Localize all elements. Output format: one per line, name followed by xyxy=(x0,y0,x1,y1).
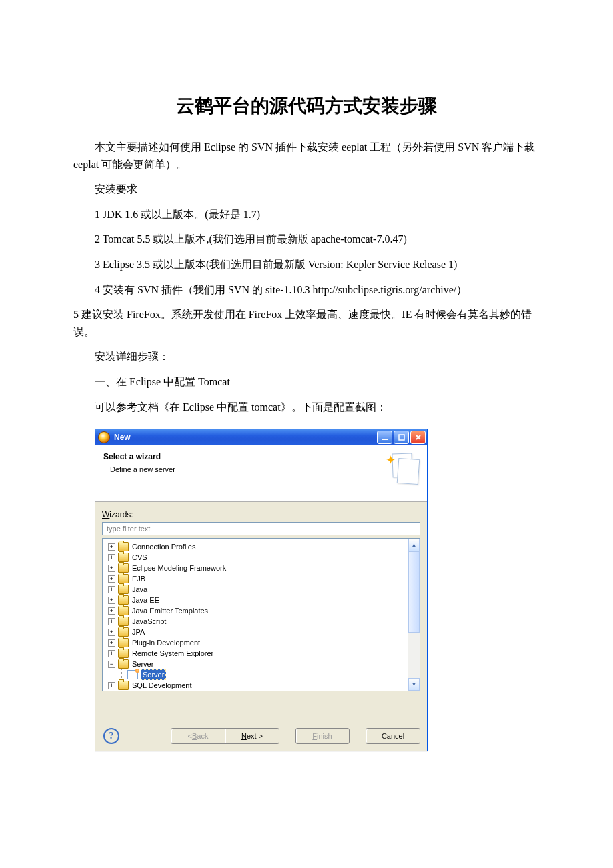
folder-icon xyxy=(118,617,129,626)
titlebar[interactable]: New xyxy=(95,429,427,445)
tree-folder-node[interactable]: +SQL Development xyxy=(108,680,408,691)
wizard-icon: ✦ xyxy=(387,451,419,483)
wizard-banner: Select a wizard Define a new server ✦ xyxy=(95,445,427,502)
tree-line-icon xyxy=(119,672,125,678)
banner-title: Select a wizard xyxy=(103,452,419,461)
tree-folder-node[interactable]: +EJB xyxy=(108,573,408,584)
tree-folder-node[interactable]: +Java Emitter Templates xyxy=(108,605,408,616)
expand-icon[interactable]: + xyxy=(108,565,115,572)
folder-icon xyxy=(118,574,129,583)
scroll-down-button[interactable]: ▼ xyxy=(408,678,420,691)
wizard-tree-wrap: +Connection Profiles+CVS+Eclipse Modelin… xyxy=(102,538,420,691)
tree-node-label: Connection Profiles xyxy=(131,541,196,552)
paragraph: 本文主要描述如何使用 Eclipse 的 SVN 插件下载安装 eeplat 工… xyxy=(73,139,540,173)
expand-icon[interactable]: + xyxy=(108,543,115,551)
tree-folder-node[interactable]: +Java EE xyxy=(108,595,408,605)
paragraph: 4 安装有 SVN 插件（我们用 SVN 的 site-1.10.3 http:… xyxy=(73,281,540,299)
svg-rect-0 xyxy=(382,439,388,440)
folder-icon xyxy=(118,649,129,658)
expand-icon[interactable]: + xyxy=(108,586,115,593)
tree-node-label: Java EE xyxy=(131,595,160,605)
tree-leaf-node[interactable]: Server xyxy=(108,669,408,680)
tree-node-label: CVS xyxy=(131,552,148,563)
close-button[interactable] xyxy=(410,431,426,444)
back-button[interactable]: < Back xyxy=(171,728,225,744)
tree-node-label: Server xyxy=(141,669,166,680)
scroll-thumb[interactable] xyxy=(408,551,420,633)
tree-folder-node[interactable]: +Connection Profiles xyxy=(108,541,408,552)
finish-button[interactable]: Finish xyxy=(295,728,350,744)
expand-icon[interactable]: + xyxy=(108,607,115,615)
tree-node-label: Server xyxy=(131,659,154,669)
document-page: 云鹤平台的源代码方式安装步骤 本文主要描述如何使用 Eclipse 的 SVN … xyxy=(0,0,613,805)
tree-folder-node[interactable]: −Server xyxy=(108,659,408,669)
scrollbar[interactable]: ▲ ▼ xyxy=(408,539,420,691)
paragraph: 3 Eclipse 3.5 或以上版本(我们选用目前最新版 Version: K… xyxy=(73,256,540,273)
minimize-button[interactable] xyxy=(377,431,392,444)
folder-icon xyxy=(118,606,129,615)
expand-icon[interactable]: + xyxy=(108,575,115,583)
button-row: ? < Back Next > Finish Cancel xyxy=(95,721,427,751)
tree-folder-node[interactable]: +JPA xyxy=(108,627,408,637)
document-title: 云鹤平台的源代码方式安装步骤 xyxy=(73,93,540,119)
filter-input[interactable] xyxy=(102,522,420,535)
new-server-icon xyxy=(127,670,138,679)
window-title: New xyxy=(114,433,131,442)
tree-node-label: Java xyxy=(131,584,148,595)
tree-node-label: JPA xyxy=(131,627,145,637)
tree-node-label: SQL Development xyxy=(131,680,192,691)
paragraph: 5 建议安装 FireFox。系统开发使用在 FireFox 上效率最高、速度最… xyxy=(73,306,540,340)
wizard-body: Wizards: +Connection Profiles+CVS+Eclips… xyxy=(95,502,427,721)
expand-icon[interactable]: + xyxy=(108,554,115,561)
expand-icon[interactable]: + xyxy=(108,682,115,689)
paragraph: 2 Tomcat 5.5 或以上版本,(我们选用目前最新版 apache-tom… xyxy=(73,231,540,248)
folder-icon xyxy=(118,585,129,594)
tree-folder-node[interactable]: +JavaScript xyxy=(108,616,408,627)
folder-icon xyxy=(118,553,129,562)
expand-icon[interactable]: + xyxy=(108,639,115,647)
scroll-up-button[interactable]: ▲ xyxy=(408,539,420,551)
paragraph: 一、在 Eclipse 中配置 Tomcat xyxy=(73,373,540,391)
tree-node-label: Plug-in Development xyxy=(131,637,201,648)
help-button[interactable]: ? xyxy=(103,728,119,744)
folder-icon xyxy=(118,681,129,690)
tree-folder-node[interactable]: +Remote System Explorer xyxy=(108,648,408,659)
paragraph: 1 JDK 1.6 或以上版本。(最好是 1.7) xyxy=(73,206,540,223)
tree-node-label: Java Emitter Templates xyxy=(131,605,209,616)
expand-icon[interactable]: + xyxy=(108,629,115,636)
scroll-track[interactable] xyxy=(408,551,420,678)
banner-subtitle: Define a new server xyxy=(110,465,419,473)
maximize-button[interactable] xyxy=(394,431,409,444)
paragraph: 安装详细步骤： xyxy=(73,348,540,365)
tree-node-label: Remote System Explorer xyxy=(131,648,214,659)
cancel-button[interactable]: Cancel xyxy=(366,728,420,744)
tree-node-label: EJB xyxy=(131,573,146,584)
expand-icon[interactable]: + xyxy=(108,650,115,657)
folder-icon xyxy=(118,627,129,637)
tree-folder-node[interactable]: +Eclipse Modeling Framework xyxy=(108,563,408,573)
wizard-tree[interactable]: +Connection Profiles+CVS+Eclipse Modelin… xyxy=(103,539,408,691)
collapse-icon[interactable]: − xyxy=(108,661,115,668)
folder-icon xyxy=(118,542,129,551)
tree-node-label: Eclipse Modeling Framework xyxy=(131,563,227,573)
paragraph: 安装要求 xyxy=(73,181,540,198)
folder-icon xyxy=(118,595,129,605)
tree-folder-node[interactable]: +Java xyxy=(108,584,408,595)
tree-node-label: JavaScript xyxy=(131,616,167,627)
app-icon xyxy=(98,431,110,443)
folder-icon xyxy=(118,638,129,647)
tree-folder-node[interactable]: +CVS xyxy=(108,552,408,563)
next-button[interactable]: Next > xyxy=(225,728,279,744)
folder-icon xyxy=(118,659,129,669)
tree-folder-node[interactable]: +Plug-in Development xyxy=(108,637,408,648)
svg-rect-1 xyxy=(399,435,404,440)
wizards-label: Wizards: xyxy=(102,510,420,519)
expand-icon[interactable]: + xyxy=(108,618,115,625)
wizard-dialog: New Select a wizard Define a new server xyxy=(95,429,428,751)
paragraph: 可以参考文档《在 Eclipse 中配置 tomcat》。下面是配置截图： xyxy=(73,399,540,416)
folder-icon xyxy=(118,563,129,573)
expand-icon[interactable]: + xyxy=(108,597,115,604)
